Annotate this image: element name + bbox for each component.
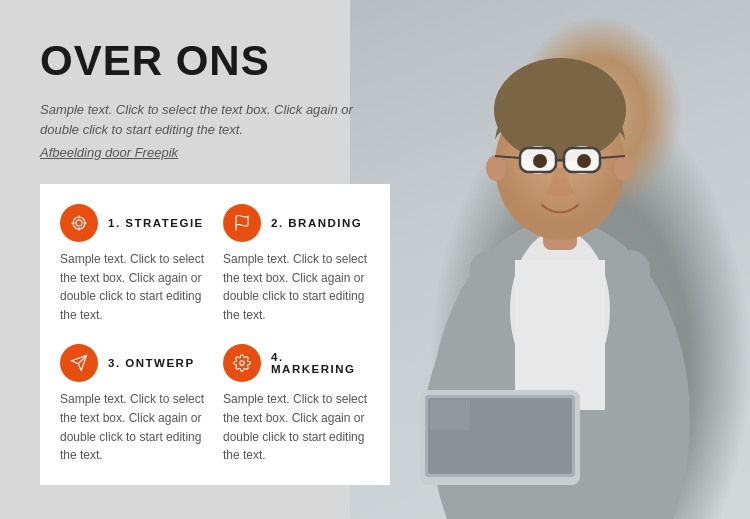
page-container: OVER ONS Sample text. Click to select th… <box>0 0 750 519</box>
svg-rect-31 <box>430 400 470 430</box>
page-title: OVER ONS <box>40 40 390 82</box>
svg-point-17 <box>486 155 506 181</box>
settings-icon <box>233 354 251 372</box>
item-header-4: 4. MARKERING <box>223 344 370 382</box>
flag-icon <box>233 214 251 232</box>
item-header-1: 1. STRATEGIE <box>60 204 207 242</box>
grid-item-ontwerp: 3. ONTWERP Sample text. Click to select … <box>60 344 207 464</box>
strategie-icon-circle <box>60 204 98 242</box>
ontwerp-icon-circle <box>60 344 98 382</box>
intro-text: Sample text. Click to select the text bo… <box>40 100 390 139</box>
svg-point-21 <box>533 154 547 168</box>
grid-item-strategie: 1. STRATEGIE Sample text. Click to selec… <box>60 204 207 324</box>
grid-item-branding: 2. BRANDING Sample text. Click to select… <box>223 204 370 324</box>
branding-title: 2. BRANDING <box>271 217 362 229</box>
svg-point-9 <box>240 361 245 366</box>
left-section: OVER ONS Sample text. Click to select th… <box>0 0 420 519</box>
svg-rect-13 <box>515 260 605 410</box>
svg-point-22 <box>577 154 591 168</box>
grid-item-markering: 4. MARKERING Sample text. Click to selec… <box>223 344 370 464</box>
markering-icon-circle <box>223 344 261 382</box>
image-credit: Afbeelding door Freepik <box>40 145 390 160</box>
strategie-text: Sample text. Click to select the text bo… <box>60 250 207 324</box>
ontwerp-text: Sample text. Click to select the text bo… <box>60 390 207 464</box>
svg-point-18 <box>614 155 634 181</box>
branding-text: Sample text. Click to select the text bo… <box>223 250 370 324</box>
target-icon <box>70 214 88 232</box>
item-header-3: 3. ONTWERP <box>60 344 207 382</box>
strategie-title: 1. STRATEGIE <box>108 217 204 229</box>
svg-point-0 <box>73 217 85 229</box>
ontwerp-title: 3. ONTWERP <box>108 357 195 369</box>
features-grid: 1. STRATEGIE Sample text. Click to selec… <box>40 184 390 485</box>
send-icon <box>70 354 88 372</box>
branding-icon-circle <box>223 204 261 242</box>
markering-title: 4. MARKERING <box>271 351 370 375</box>
item-header-2: 2. BRANDING <box>223 204 370 242</box>
svg-point-1 <box>76 220 82 226</box>
markering-text: Sample text. Click to select the text bo… <box>223 390 370 464</box>
